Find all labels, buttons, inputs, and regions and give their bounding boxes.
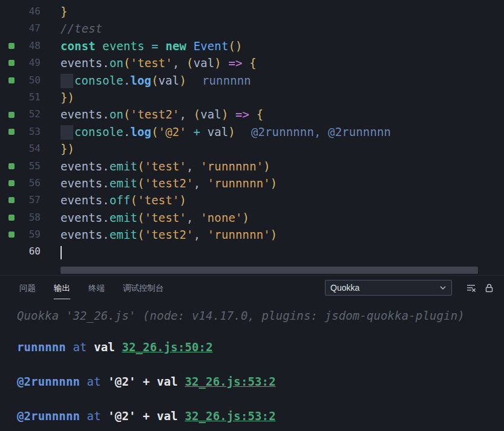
quokka-coverage-indicator (8, 129, 15, 135)
bottom-panel: 问题输出终端调试控制台 Quokka Quokka '32_26.js' (no… (0, 275, 504, 430)
code-text: events.on('test', (val) => { (61, 54, 257, 71)
code-text: events.on('test2', (val) => { (61, 106, 263, 123)
panel-header: 问题输出终端调试控制台 Quokka (0, 276, 504, 300)
quokka-coverage-indicator (8, 197, 15, 203)
line-number: 46 (15, 3, 61, 20)
log-segment: @2runnnnn (17, 375, 80, 388)
clear-output-icon[interactable] (464, 281, 477, 294)
code-line[interactable]: 53console.log('@2' + val)@2runnnnn, @2ru… (0, 123, 504, 140)
quokka-inline-value: runnnnn (202, 74, 251, 87)
gutter: 57 (0, 192, 61, 209)
vscode-window: 46}47//test48const events = new Event()4… (0, 0, 504, 431)
code-line[interactable]: 46} (0, 3, 504, 20)
code-line[interactable]: 56events.emit('test2', 'runnnnn') (0, 175, 504, 192)
line-number: 49 (15, 54, 61, 71)
code-text: console.log('@2' + val)@2runnnnn, @2runn… (61, 123, 391, 140)
code-text: }) (61, 140, 74, 157)
log-segment: '@2' + val (108, 375, 185, 388)
line-number: 59 (15, 226, 61, 243)
gutter: 56 (0, 175, 61, 192)
code-text: events.emit('test', 'none') (61, 209, 249, 226)
chevron-down-icon (439, 284, 447, 291)
tab-whitespace-highlight (61, 74, 73, 88)
quokka-inline-value: @2runnnnn, @2runnnnn (251, 125, 391, 138)
gutter: 48 (0, 37, 61, 54)
code-text: events.emit('test', 'runnnnn') (61, 158, 270, 175)
code-line[interactable]: 51}) (0, 89, 504, 106)
code-line[interactable]: 48const events = new Event() (0, 37, 504, 54)
output-content: Quokka '32_26.js' (node: v14.17.0, plugi… (0, 300, 504, 424)
gutter: 50 (0, 72, 61, 89)
line-number: 52 (15, 106, 61, 123)
gutter: 46 (0, 3, 61, 20)
line-number: 53 (15, 123, 61, 140)
output-channel-select[interactable]: Quokka (325, 280, 452, 296)
log-segment: '@2' + val (108, 409, 185, 423)
code-line[interactable]: 57events.off('test') (0, 192, 504, 209)
tab-output[interactable]: 输出 (54, 276, 70, 299)
code-line[interactable]: 59events.emit('test2', 'runnnnn') (0, 226, 504, 243)
source-location-link[interactable]: 32_26.js:53:2 (185, 409, 275, 423)
quokka-coverage-indicator (8, 77, 15, 83)
code-text: events.emit('test2', 'runnnnn') (61, 226, 277, 243)
source-location-link[interactable]: 32_26.js:53:2 (185, 375, 275, 388)
line-number: 48 (15, 37, 61, 54)
code-text: const events = new Event() (61, 37, 243, 54)
gutter: 60 (0, 243, 61, 260)
code-line[interactable]: 52events.on('test2', (val) => { (0, 106, 504, 123)
code-line[interactable]: 58events.emit('test', 'none') (0, 209, 504, 226)
line-number: 51 (15, 89, 61, 106)
text-cursor (61, 246, 62, 259)
panel-tabs: 问题输出终端调试控制台 (19, 276, 325, 299)
gutter: 54 (0, 140, 61, 157)
quokka-coverage-indicator (8, 163, 15, 169)
source-location-link[interactable]: 32_26.js:50:2 (122, 340, 212, 354)
line-number: 58 (15, 209, 61, 226)
code-text: events.off('test') (61, 192, 186, 209)
log-segment: at (66, 340, 94, 354)
code-text (61, 243, 62, 260)
quokka-session-info: Quokka '32_26.js' (node: v14.17.0, plugi… (17, 307, 504, 324)
line-number: 47 (15, 20, 61, 37)
output-log-line: @2runnnnn at '@2' + val 32_26.js:53:2 (17, 407, 504, 424)
code-text: //test (61, 20, 102, 37)
log-segment: val (94, 340, 122, 354)
horizontal-scrollbar[interactable] (0, 265, 504, 275)
tab-terminal[interactable]: 终端 (88, 276, 105, 299)
gutter: 55 (0, 158, 61, 175)
tab-debug-console[interactable]: 调试控制台 (123, 276, 164, 299)
gutter: 49 (0, 54, 61, 71)
code-line[interactable]: 55events.emit('test', 'runnnnn') (0, 158, 504, 175)
scrollbar-thumb[interactable] (61, 267, 478, 274)
code-line[interactable]: 47//test (0, 20, 504, 37)
lock-icon[interactable] (482, 281, 496, 294)
line-number: 57 (15, 192, 61, 209)
quokka-coverage-indicator (8, 215, 15, 221)
gutter: 47 (0, 20, 61, 37)
code-line[interactable]: 49events.on('test', (val) => { (0, 54, 504, 71)
line-number: 55 (15, 158, 61, 175)
log-segment: @2runnnnn (17, 409, 80, 423)
tab-whitespace-highlight (61, 125, 73, 140)
output-log-line: runnnnn at val 32_26.js:50:2 (17, 339, 504, 355)
code-line[interactable]: 50console.log(val)runnnnn (0, 72, 504, 89)
code-editor[interactable]: 46}47//test48const events = new Event()4… (0, 0, 504, 262)
line-number: 50 (15, 72, 61, 89)
log-segment: at (80, 375, 108, 388)
line-number: 56 (15, 175, 61, 192)
code-line[interactable]: 60 (0, 243, 504, 260)
quokka-coverage-indicator (8, 60, 15, 66)
gutter: 58 (0, 209, 61, 226)
quokka-coverage-indicator (8, 112, 15, 118)
quokka-coverage-indicator (8, 232, 15, 238)
output-channel-value: Quokka (330, 283, 359, 293)
log-segment: runnnnn (17, 340, 66, 354)
code-text: console.log(val)runnnnn (61, 72, 251, 89)
line-number: 60 (15, 243, 61, 260)
gutter: 52 (0, 106, 61, 123)
code-line[interactable]: 54}) (0, 140, 504, 157)
line-number: 54 (15, 140, 61, 157)
tab-problems[interactable]: 问题 (19, 276, 36, 299)
log-segment: at (80, 409, 108, 423)
quokka-coverage-indicator (8, 180, 15, 186)
